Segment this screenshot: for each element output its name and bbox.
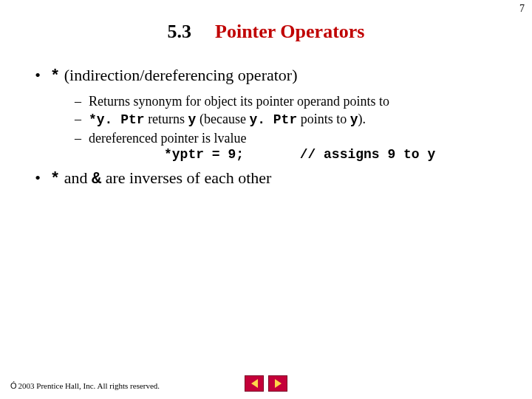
t: are inverses of each other (101, 168, 271, 187)
sub-2-text: *y. Ptr returns y (because y. Ptr points… (89, 111, 366, 129)
sub-3-text: dereferenced pointer is lvalue (89, 130, 246, 147)
sub-2: – *y. Ptr returns y (because y. Ptr poin… (71, 111, 501, 129)
bullet-1: • * (indirection/dereferencing operator) (31, 65, 501, 87)
arrow-left-icon (251, 379, 258, 388)
sub-1: – Returns synonym for object its pointer… (71, 93, 501, 110)
copyright-footer: Ó 2003 Prentice Hall, Inc. All rights re… (10, 381, 160, 390)
code-span: *y. Ptr (89, 112, 145, 127)
copyright-icon: Ó (10, 381, 17, 390)
dash-icon: – (71, 130, 81, 147)
body-content: • * (indirection/dereferencing operator)… (31, 65, 501, 189)
slide-title: 5.3 Pointer Operators (0, 21, 532, 43)
bullet-2-text: * and & are inverses of each other (50, 168, 271, 190)
arrow-right-icon (275, 379, 282, 388)
bullet-2: • * and & are inverses of each other (31, 168, 501, 190)
copyright-text: 2003 Prentice Hall, Inc. All rights rese… (18, 381, 160, 390)
bullet-1-desc-text: (indirection/dereferencing operator) (64, 66, 298, 84)
t: points to (297, 112, 350, 126)
next-button[interactable] (268, 375, 287, 392)
bullet-icon: • (31, 168, 44, 188)
t: (because (196, 112, 249, 126)
bullet-1-sublist: – Returns synonym for object its pointer… (71, 93, 501, 163)
t: and (60, 168, 92, 187)
bullet-1-text: * (indirection/dereferencing operator) (50, 65, 297, 87)
section-title: Pointer Operators (215, 21, 364, 43)
nav-controls (245, 375, 287, 392)
code-span: y (188, 112, 197, 127)
t: ). (358, 112, 366, 126)
dash-icon: – (71, 111, 81, 128)
sub-1-text: Returns synonym for object its pointer o… (89, 93, 389, 110)
code-line: *yptr = 9; // assigns 9 to y (164, 146, 501, 163)
sub-3: – dereferenced pointer is lvalue (71, 130, 501, 147)
code-star: * (50, 170, 60, 188)
code-star: * (50, 67, 60, 86)
code-amp: & (92, 170, 101, 188)
section-number: 5.3 (168, 21, 192, 43)
t: returns (145, 112, 188, 126)
page-number: 7 (519, 3, 525, 15)
code-span: y (350, 112, 358, 127)
dash-icon: – (71, 93, 81, 110)
bullet-icon: • (31, 65, 44, 86)
prev-button[interactable] (245, 375, 264, 392)
code-span: y. Ptr (249, 112, 297, 127)
